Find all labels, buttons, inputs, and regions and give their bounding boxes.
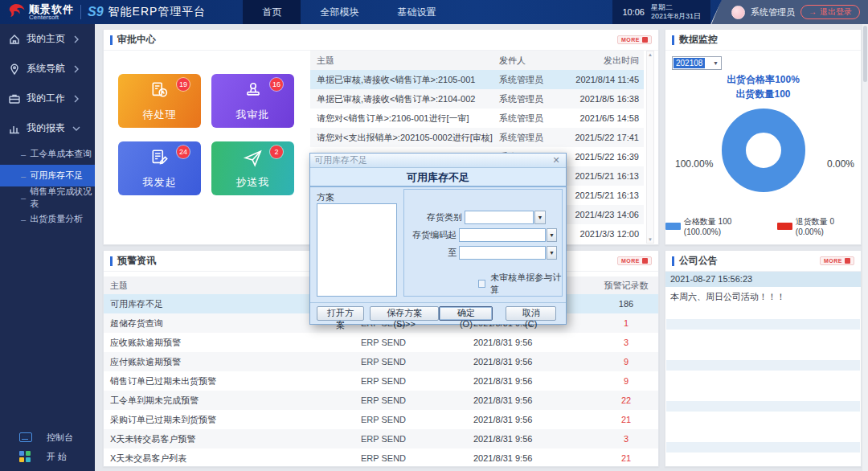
alert-count: 1	[624, 318, 628, 328]
alert-count: 9	[624, 357, 628, 367]
console-button[interactable]: 控制台	[0, 428, 95, 447]
logo-cn: 顺景软件	[29, 4, 74, 14]
notice-text[interactable]: 本周六、周日公司活动！！！	[665, 287, 861, 319]
clock: 10:06 星期二 2021年8月31日	[612, 0, 710, 24]
approval-panel-title: 审批中心	[117, 33, 156, 47]
approval-row[interactable]: 单据已审核,请接收<销售订单>:2105-001 系统管理员 2021/8/14…	[310, 70, 644, 89]
dialog-close-icon[interactable]: ✕	[551, 155, 562, 166]
logo[interactable]: 顺景软件 Centersoft S9 智能ERP管理平台	[0, 2, 206, 22]
notice-panel-title: 公司公告	[679, 254, 718, 268]
pass-percent-label: 100.00%	[675, 158, 713, 170]
logout-button[interactable]: → 退出登录	[800, 5, 860, 19]
code-from-lookup-button[interactable]: ▼	[547, 228, 557, 242]
tile-cc-to-me[interactable]: 2 抄送我	[211, 141, 294, 195]
code-from-input[interactable]	[459, 228, 546, 242]
diagonal-divider	[710, 0, 723, 28]
sidebar-subitem[interactable]: –销售单完成状况表	[0, 186, 95, 208]
category-lookup-button[interactable]: ▼	[534, 211, 546, 224]
alert-row[interactable]: 应付账款逾期预警 ERP SEND 2021/8/31 9:56 9	[104, 352, 658, 371]
briefcase-icon	[8, 92, 21, 105]
unaudited-checkbox[interactable]	[478, 280, 485, 288]
sidebar-item-reports[interactable]: 我的报表	[0, 113, 95, 143]
cancel-button[interactable]: 取消(C)	[506, 306, 556, 321]
product-code: S9	[88, 5, 104, 19]
approval-row[interactable]: 单据已审核,请接收<销售订单>:2104-002 系统管理员 2021/8/5 …	[310, 89, 644, 109]
alert-row[interactable]: X天未转交易客户预警 ERP SEND 2021/8/31 9:56 3	[104, 429, 658, 448]
alert-row[interactable]: 应收账款逾期预警 ERP SEND 2021/8/31 9:56 3	[104, 333, 658, 352]
more-grid-icon	[642, 258, 648, 264]
category-input[interactable]	[465, 211, 534, 224]
alerts-more-button[interactable]: MORE	[617, 256, 652, 265]
notice-empty-rows	[666, 319, 860, 465]
data-monitor-panel: 数据监控 202108 ▼ 出货合格率100% 出货数量100 100.00% …	[665, 29, 862, 245]
code-to-input[interactable]	[459, 246, 546, 260]
alerts-panel-title: 预警资讯	[117, 254, 156, 268]
ok-button[interactable]: 确定(O)	[439, 306, 493, 321]
approve-count-badge: 16	[270, 78, 283, 91]
tile-pending[interactable]: 19 待处理	[118, 74, 201, 128]
unaudited-checkbox-label: 未审核单据参与计算	[490, 272, 562, 296]
period-select[interactable]: 202108 ▼	[672, 56, 722, 70]
sidebar-subitem[interactable]: –出货质量分析	[0, 208, 95, 230]
open-plan-button[interactable]: 打开方案	[317, 306, 364, 321]
nav-item[interactable]: 首页	[243, 0, 301, 24]
save-plan-button[interactable]: 保存方案(S)>>	[370, 306, 439, 321]
sidebar-submenu: –工令单成本查询 –可用库存不足 –销售单完成状况表 –出货质量分析	[0, 143, 95, 230]
chart-icon	[8, 122, 21, 135]
sidebar-item-home[interactable]: 我的主页	[0, 24, 95, 54]
chevron-right-icon	[70, 35, 83, 43]
logo-divider	[80, 5, 81, 19]
alert-count: 3	[624, 434, 628, 444]
plan-label: 方案	[317, 191, 334, 203]
monitor-panel-title: 数据监控	[679, 33, 718, 47]
weekday: 星期二	[651, 3, 701, 12]
sidebar-item-work[interactable]: 我的工作	[0, 84, 95, 113]
alert-row[interactable]: 采购订单已过期未到货预警 ERP SEND 2021/8/31 9:56 21	[104, 410, 658, 429]
nav-item[interactable]: 全部模块	[301, 0, 378, 24]
pass-rate-headline: 出货合格率100%	[665, 73, 861, 87]
approval-more-button[interactable]: MORE	[617, 35, 652, 44]
alert-row[interactable]: X天未交易客户列表 ERP SEND 2021/8/31 9:56 21	[104, 448, 658, 468]
approval-row[interactable]: 请您对<支出报销单>:202105-0002进行[审核] 系统管理员 2021/…	[310, 128, 644, 147]
notice-panel: 公司公告 MORE 2021-08-27 15:56:23 本周六、周日公司活动…	[665, 250, 862, 467]
legend-pass-swatch	[665, 223, 681, 230]
more-grid-icon	[845, 258, 850, 264]
plan-listbox[interactable]	[317, 203, 397, 297]
alert-row[interactable]: 销售订单已过期未出货预警 ERP SEND 2021/8/31 9:56 9	[104, 371, 658, 391]
chevron-down-icon	[70, 125, 83, 132]
approval-row[interactable]: 请您对<销售订单>:2106-001进行[一审] 系统管理员 2021/6/5 …	[310, 109, 644, 128]
return-percent-label: 0.00%	[827, 158, 854, 170]
sidebar-subitem[interactable]: –工令单成本查询	[0, 143, 95, 165]
start-button[interactable]: 开 始	[0, 447, 95, 466]
paper-plane-icon	[243, 148, 264, 169]
clipboard-clock-icon	[149, 80, 170, 101]
alert-count: 22	[621, 395, 631, 405]
tile-my-approvals[interactable]: 16 我审批	[211, 74, 294, 128]
sidebar-subitem[interactable]: –可用库存不足	[0, 165, 95, 186]
date: 2021年8月31日	[651, 12, 701, 21]
approval-table-header: 主题 发件人 发出时间	[310, 51, 644, 70]
nav-item[interactable]: 基础设置	[378, 0, 455, 24]
approval-scrollbar[interactable]: ▲▼	[646, 51, 654, 244]
avatar[interactable]	[731, 6, 745, 19]
main-scrollbar[interactable]	[862, 24, 868, 471]
top-bar: 顺景软件 Centersoft S9 智能ERP管理平台 首页全部模块基础设置 …	[0, 0, 868, 24]
map-pin-icon	[8, 63, 21, 76]
alert-count: 3	[624, 338, 628, 347]
shipment-qty-headline: 出货数量100	[665, 88, 861, 101]
dialog-title: 可用库存不足	[314, 154, 367, 166]
product-name: 智能ERP管理平台	[108, 5, 207, 19]
erp-home-screen: 顺景软件 Centersoft S9 智能ERP管理平台 首页全部模块基础设置 …	[0, 0, 868, 471]
notice-more-button[interactable]: MORE	[820, 256, 854, 265]
sidebar: 我的主页 系统导航 我的工作 我的报表 –工令单成本查询 –可用库存不足 –销售…	[0, 24, 95, 471]
alert-count: 9	[624, 376, 628, 386]
alert-row[interactable]: 工令单到期未完成预警 ERP SEND 2021/8/31 9:56 22	[104, 391, 658, 410]
pending-count-badge: 19	[177, 78, 190, 91]
sidebar-item-navigation[interactable]: 系统导航	[0, 54, 95, 84]
document-edit-icon	[149, 148, 170, 169]
code-to-lookup-button[interactable]: ▼	[547, 246, 557, 260]
tile-initiated-by-me[interactable]: 24 我发起	[118, 141, 201, 195]
legend-return: 退货数量 0 (0.00%)	[777, 216, 861, 236]
chevron-right-icon	[70, 65, 83, 73]
alert-count: 21	[621, 415, 631, 424]
